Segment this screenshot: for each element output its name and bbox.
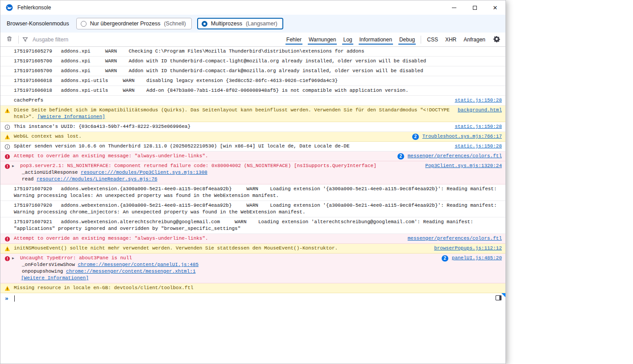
filter-button-fehler[interactable]: Fehler [283, 33, 305, 46]
row-gutter [0, 133, 14, 140]
row-footer: [Weitere Informationen] [20, 275, 435, 282]
console-row-log: 1751971607920 addons.webextension.{a300a… [0, 201, 505, 217]
row-meta: Pop3Client.sys.mjs:1320:24 [425, 163, 502, 169]
row-gutter [0, 153, 14, 160]
console-row-error: ▶Uncaught TypeError: about3Pane is null_… [0, 254, 505, 283]
filter-bar: FehlerWarnungenLogInformationenDebug CSS… [283, 33, 502, 46]
row-message: 1751971606018 addons.xpi-utils WARN disa… [14, 78, 502, 84]
console-row-log-plain: cachePrefsstatic.js:150:28 [0, 96, 505, 106]
row-message: Uncaught TypeError: about3Pane is null_o… [20, 255, 435, 282]
expand-arrow-icon[interactable]: ▶ [12, 163, 14, 169]
stack-location-link[interactable]: chrome://messenger/content/panelUI.js:48… [78, 262, 199, 267]
console-row-warning: WebGL context was lost.2Troubleshoot.sys… [0, 132, 505, 142]
row-gutter [0, 202, 14, 203]
console-row-warning: initNSMouseEvent() sollte nicht mehr ver… [0, 244, 505, 254]
row-message: 1751971605700 addons.xpi WARN Addon with… [14, 58, 502, 65]
close-button[interactable]: ✕ [485, 0, 505, 15]
mode-option-label: Multiprozess [211, 20, 242, 27]
input-prompt-icon: » [5, 295, 8, 302]
thunderbird-app-icon [6, 4, 13, 11]
console-row-info: This instance's UUID: {03c6a413-59b7-44f… [0, 122, 505, 132]
editor-mode-toggle-button[interactable] [495, 295, 502, 302]
titlebar: Fehlerkonsole ✕ [0, 0, 505, 15]
warning-icon [4, 108, 10, 114]
toolbar-separator [18, 36, 19, 44]
row-message: Missing resource in locale en-GB: devtoo… [14, 285, 502, 291]
row-message: 1751971605700 addons.xpi WARN Addon with… [14, 68, 502, 74]
source-location-link[interactable]: static.js:150:28 [455, 123, 502, 130]
source-location-link[interactable]: static.js:150:28 [455, 143, 502, 150]
maximize-button[interactable] [464, 0, 485, 15]
warning-icon [4, 286, 10, 291]
stack-location-link[interactable]: resource:///modules/LineReader.sys.mjs:7… [37, 176, 157, 182]
category-filter-group: CSSXHRAnfragen [424, 33, 488, 46]
row-gutter [0, 245, 14, 252]
console-row-log: 1751971605700 addons.xpi WARN Addon with… [0, 66, 505, 76]
learn-more-link[interactable]: [Weitere Informationen] [21, 275, 89, 281]
stack-frame: read resource:///modules/LineReader.sys.… [20, 176, 419, 183]
filter-button-log[interactable]: Log [340, 33, 355, 46]
row-gutter [0, 219, 14, 219]
console-output: 1751971605279 addons.xpi WARN Checking C… [0, 47, 505, 293]
stack-location-link[interactable]: resource:///modules/Pop3Client.sys.mjs:1… [81, 170, 207, 175]
console-input-row[interactable]: » [0, 293, 505, 304]
source-location-link[interactable]: Troubleshoot.sys.mjs:766:17 [422, 133, 502, 140]
radio-icon [202, 21, 207, 27]
mode-option-parent-process[interactable]: Nur übergeordneter Prozess (Schnell) [76, 18, 192, 29]
console-row-warning: Diese Seite befindet sich im Kompatibili… [0, 106, 505, 122]
console-mode-label: Browser-Konsolenmodus [7, 20, 69, 27]
console-row-log: 1751971605279 addons.xpi WARN Checking C… [0, 47, 505, 57]
filter-button-xhr[interactable]: XHR [442, 33, 459, 46]
console-row-log: 1751971605700 addons.xpi WARN Addon with… [0, 57, 505, 66]
clear-output-button[interactable] [4, 34, 15, 45]
repeat-count-badge: 2 [412, 134, 419, 140]
console-row-log: 1751971606018 addons.xpi-utils WARN disa… [0, 76, 505, 86]
mode-option-multiprocess[interactable]: Multiprozess (Langsamer) [197, 18, 283, 29]
level-filter-group: FehlerWarnungenLogInformationenDebug [283, 33, 418, 46]
learn-more-link[interactable]: [Weitere Informationen] [37, 114, 105, 119]
split-pane-icon [495, 294, 502, 303]
row-message: Attempt to override an existing message:… [14, 235, 401, 242]
console-mode-bar: Browser-Konsolenmodus Nur übergeordneter… [0, 15, 505, 33]
source-location-link[interactable]: panelUI.js:485:20 [452, 255, 502, 262]
toolbar-separator [421, 36, 421, 44]
filter-button-warnungen[interactable]: Warnungen [306, 33, 339, 46]
row-message: 1751971607921 addons.webextension.altere… [14, 219, 502, 232]
filter-button-informationen[interactable]: Informationen [356, 33, 395, 46]
row-gutter [0, 186, 14, 186]
maximize-icon [473, 6, 477, 10]
row-meta: static.js:150:28 [455, 123, 502, 130]
row-meta: background.html [458, 107, 502, 114]
console-row-warning: Missing resource in locale en-GB: devtoo… [0, 283, 505, 293]
info-icon [4, 124, 10, 130]
settings-button[interactable] [491, 34, 502, 45]
row-gutter [0, 235, 14, 242]
source-location-link[interactable]: messenger/preferences/colors.ftl [408, 153, 502, 160]
expand-arrow-icon[interactable]: ▶ [12, 255, 14, 262]
error-icon [4, 236, 10, 242]
row-meta: static.js:150:28 [455, 143, 502, 150]
error-icon [4, 154, 10, 160]
filter-output-input[interactable]: Ausgabe filtern [33, 37, 68, 43]
row-meta: browserPopups.js:112:12 [434, 245, 502, 252]
row-message: Diese Seite befindet sich im Kompatibili… [14, 107, 451, 120]
row-message: Attempt to override an existing message:… [14, 153, 391, 160]
minimize-button[interactable] [444, 0, 464, 15]
row-message: WebGL context was lost. [14, 133, 406, 140]
source-location-link[interactable]: static.js:150:28 [455, 97, 502, 104]
stack-frame: _onFoldersViewShow chrome://messenger/co… [20, 262, 435, 268]
console-row-log: 1751971607920 addons.webextension.{a300a… [0, 184, 505, 201]
source-location-link[interactable]: Pop3Client.sys.mjs:1320:24 [425, 163, 502, 169]
filter-button-css[interactable]: CSS [424, 33, 441, 46]
source-location-link[interactable]: browserPopups.js:112:12 [434, 245, 502, 252]
row-gutter [0, 285, 14, 291]
row-gutter [0, 97, 14, 98]
source-location-link[interactable]: messenger/preferences/colors.ftl [408, 235, 502, 242]
stack-location-link[interactable]: chrome://messenger/content/messenger.xht… [66, 269, 195, 274]
console-row-error: Attempt to override an existing message:… [0, 234, 505, 244]
close-icon: ✕ [493, 5, 498, 11]
source-location-link[interactable]: background.html [458, 107, 502, 114]
filter-button-debug[interactable]: Debug [396, 33, 418, 46]
filter-button-anfragen[interactable]: Anfragen [460, 33, 488, 46]
row-gutter: ▶ [0, 163, 20, 169]
